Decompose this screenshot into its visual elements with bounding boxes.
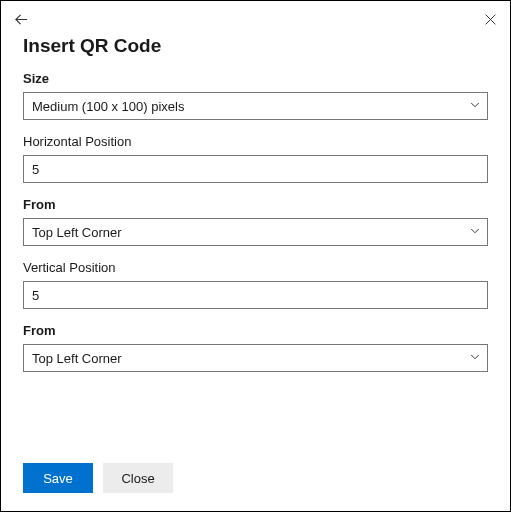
horizontal-from-select[interactable]: Top Left Corner [23,218,488,246]
horizontal-position-label: Horizontal Position [23,134,488,149]
back-arrow-icon[interactable] [11,9,31,29]
size-select-value: Medium (100 x 100) pixels [32,99,184,114]
close-icon[interactable] [480,9,500,29]
close-button[interactable]: Close [103,463,173,493]
horizontal-position-value: 5 [32,162,39,177]
horizontal-from-label: From [23,197,488,212]
size-select[interactable]: Medium (100 x 100) pixels [23,92,488,120]
vertical-from-select[interactable]: Top Left Corner [23,344,488,372]
chevron-down-icon [469,99,481,114]
horizontal-position-input[interactable]: 5 [23,155,488,183]
save-button[interactable]: Save [23,463,93,493]
size-label: Size [23,71,488,86]
horizontal-from-value: Top Left Corner [32,225,122,240]
chevron-down-icon [469,351,481,366]
vertical-from-value: Top Left Corner [32,351,122,366]
dialog-title: Insert QR Code [1,29,510,71]
vertical-position-input[interactable]: 5 [23,281,488,309]
vertical-from-label: From [23,323,488,338]
chevron-down-icon [469,225,481,240]
vertical-position-label: Vertical Position [23,260,488,275]
vertical-position-value: 5 [32,288,39,303]
